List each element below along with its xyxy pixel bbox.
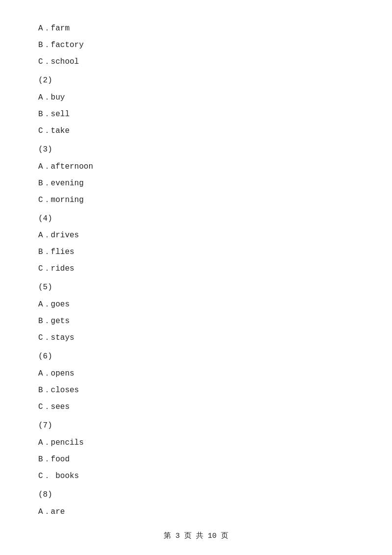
option-1c: C．school bbox=[38, 54, 354, 70]
question-4: (4) A．drives B．flies C．rides bbox=[38, 212, 354, 277]
option-5a: A．goes bbox=[38, 297, 354, 312]
option-3b: B．evening bbox=[38, 176, 354, 191]
option-4c: C．rides bbox=[38, 261, 354, 277]
question-3-number: (3) bbox=[38, 143, 354, 157]
question-3: (3) A．afternoon B．evening C．morning bbox=[38, 143, 354, 208]
option-1b: B．factory bbox=[38, 37, 354, 53]
question-1-options: A．farm B．factory C．school bbox=[38, 21, 354, 70]
question-2-number: (2) bbox=[38, 74, 354, 88]
option-8a: A．are bbox=[38, 504, 354, 520]
main-content: A．farm B．factory C．school (2) A．buy B．se… bbox=[0, 0, 392, 550]
option-2a: A．buy bbox=[38, 90, 354, 105]
option-2c: C．take bbox=[38, 123, 354, 139]
page-footer: 第 3 页 共 10 页 bbox=[0, 531, 392, 540]
footer-text: 第 3 页 共 10 页 bbox=[164, 532, 228, 540]
option-5b: B．gets bbox=[38, 313, 354, 329]
question-8-number: (8) bbox=[38, 488, 354, 502]
question-6: (6) A．opens B．closes C．sees bbox=[38, 350, 354, 415]
option-7b: B．food bbox=[38, 452, 354, 467]
option-3a: A．afternoon bbox=[38, 159, 354, 175]
option-6b: B．closes bbox=[38, 382, 354, 398]
option-4a: A．drives bbox=[38, 227, 354, 243]
option-6c: C．sees bbox=[38, 399, 354, 415]
question-6-number: (6) bbox=[38, 350, 354, 364]
option-2b: B．sell bbox=[38, 106, 354, 122]
question-7: (7) A．pencils B．food C． books bbox=[38, 419, 354, 484]
option-1a: A．farm bbox=[38, 21, 354, 36]
question-5: (5) A．goes B．gets C．stays bbox=[38, 280, 354, 346]
option-7c: C． books bbox=[38, 468, 354, 484]
question-7-number: (7) bbox=[38, 419, 354, 433]
option-3c: C．morning bbox=[38, 192, 354, 208]
option-6a: A．opens bbox=[38, 366, 354, 381]
question-5-number: (5) bbox=[38, 280, 354, 295]
option-5c: C．stays bbox=[38, 330, 354, 346]
question-4-number: (4) bbox=[38, 212, 354, 226]
question-8: (8) A．are bbox=[38, 488, 354, 520]
question-2: (2) A．buy B．sell C．take bbox=[38, 74, 354, 139]
option-7a: A．pencils bbox=[38, 435, 354, 451]
option-4b: B．flies bbox=[38, 244, 354, 260]
